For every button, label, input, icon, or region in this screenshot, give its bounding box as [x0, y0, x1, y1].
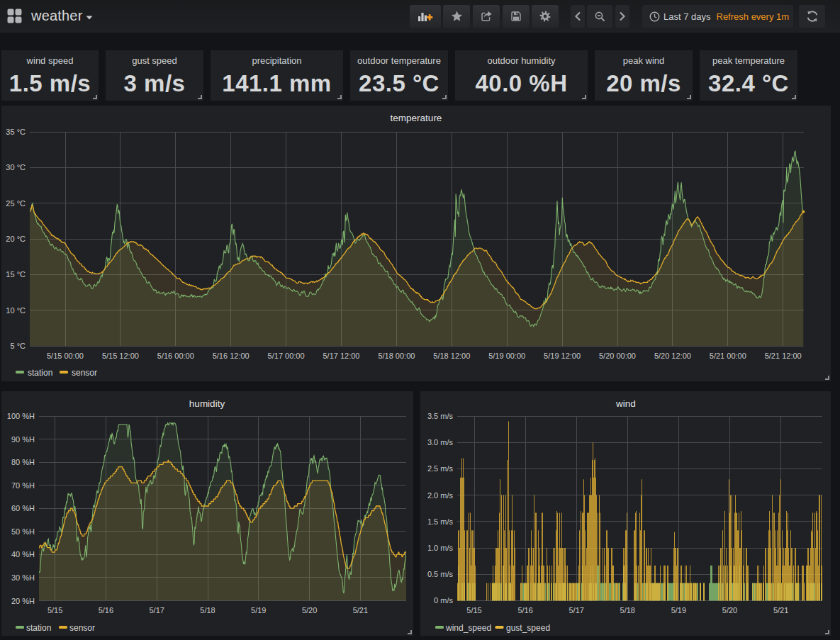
svg-text:5/15 00:00: 5/15 00:00 [47, 352, 84, 360]
svg-text:5/17: 5/17 [569, 606, 583, 614]
svg-text:humidity: humidity [189, 398, 225, 409]
svg-text:5/21 12:00: 5/21 12:00 [765, 352, 802, 360]
svg-text:30 %H: 30 %H [11, 573, 35, 582]
svg-text:wind: wind [615, 398, 636, 409]
svg-text:5/16 12:00: 5/16 12:00 [213, 352, 250, 360]
svg-text:5/20: 5/20 [722, 606, 737, 614]
svg-text:100 %H: 100 %H [7, 412, 35, 420]
svg-text:sensor: sensor [72, 368, 97, 378]
svg-text:15 °C: 15 °C [6, 270, 26, 279]
svg-text:5/17 00:00: 5/17 00:00 [268, 352, 305, 360]
svg-text:5/20 12:00: 5/20 12:00 [654, 352, 691, 360]
svg-text:70 %H: 70 %H [11, 481, 35, 490]
svg-text:60 %H: 60 %H [11, 504, 35, 512]
svg-text:wind_speed: wind_speed [445, 623, 491, 633]
svg-text:30 °C: 30 °C [6, 163, 26, 172]
svg-text:10 °C: 10 °C [6, 306, 26, 315]
svg-text:5/16: 5/16 [99, 606, 113, 614]
svg-text:0.5 m/s: 0.5 m/s [427, 570, 454, 578]
svg-text:5/19 00:00: 5/19 00:00 [488, 352, 525, 360]
svg-text:3.5 m/s: 3.5 m/s [427, 412, 454, 420]
svg-text:1.5 m/s: 1.5 m/s [427, 517, 454, 526]
svg-text:20 %H: 20 %H [11, 597, 35, 605]
svg-text:5/18 00:00: 5/18 00:00 [378, 352, 415, 360]
svg-text:5/16 00:00: 5/16 00:00 [157, 352, 194, 360]
svg-text:5/17 12:00: 5/17 12:00 [323, 352, 360, 360]
svg-text:5/17: 5/17 [149, 606, 164, 614]
svg-text:5/19 12:00: 5/19 12:00 [544, 352, 581, 360]
svg-text:station: station [26, 623, 51, 633]
svg-text:2.5 m/s: 2.5 m/s [427, 464, 454, 473]
svg-text:5/20: 5/20 [302, 606, 317, 614]
svg-text:temperature: temperature [391, 113, 442, 123]
svg-text:5/18 12:00: 5/18 12:00 [433, 352, 470, 360]
svg-text:2.0 m/s: 2.0 m/s [427, 491, 454, 500]
svg-text:5/19: 5/19 [671, 606, 686, 614]
svg-text:5/21: 5/21 [353, 606, 368, 614]
svg-text:station: station [28, 368, 52, 378]
svg-text:5/20 00:00: 5/20 00:00 [599, 352, 636, 360]
svg-text:1.0 m/s: 1.0 m/s [427, 544, 454, 552]
svg-text:5/15: 5/15 [47, 606, 62, 614]
svg-text:sensor: sensor [69, 623, 95, 633]
svg-text:5/18: 5/18 [200, 606, 215, 614]
svg-text:3.0 m/s: 3.0 m/s [427, 438, 454, 447]
svg-text:5/19: 5/19 [251, 606, 266, 614]
svg-text:5 °C: 5 °C [10, 342, 26, 350]
svg-text:5/16: 5/16 [517, 606, 532, 614]
svg-text:0 m/s: 0 m/s [434, 596, 453, 605]
svg-text:5/21 00:00: 5/21 00:00 [710, 352, 746, 360]
svg-text:5/21: 5/21 [773, 606, 788, 614]
svg-text:35 °C: 35 °C [6, 128, 26, 136]
svg-text:80 %H: 80 %H [11, 458, 35, 466]
svg-text:40 %H: 40 %H [11, 550, 35, 558]
svg-text:20 °C: 20 °C [6, 235, 26, 243]
svg-text:50 %H: 50 %H [11, 527, 35, 536]
svg-text:5/15 12:00: 5/15 12:00 [102, 352, 139, 360]
svg-text:90 %H: 90 %H [11, 435, 35, 444]
svg-text:25 °C: 25 °C [6, 199, 26, 208]
svg-text:5/18: 5/18 [620, 606, 635, 614]
svg-text:5/15: 5/15 [466, 606, 481, 614]
svg-text:gust_speed: gust_speed [506, 623, 550, 633]
